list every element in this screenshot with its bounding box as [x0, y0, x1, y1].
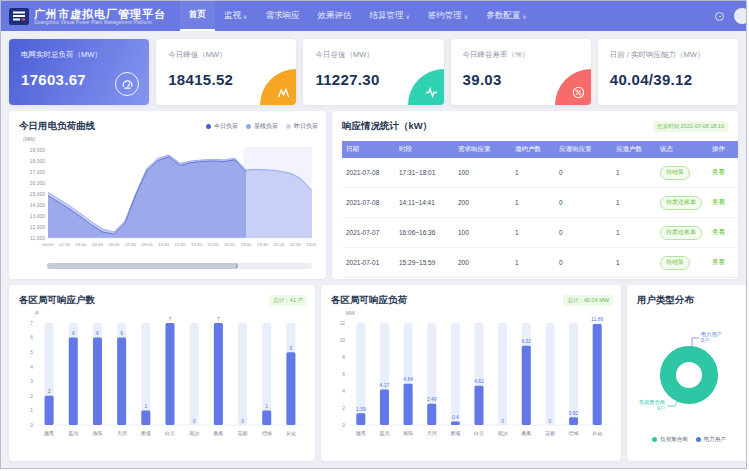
- svg-text:0: 0: [549, 418, 552, 424]
- chevron-down-icon: ∨: [464, 13, 468, 20]
- svg-text:19:30: 19:30: [257, 242, 268, 247]
- cell-responded: 0: [555, 218, 612, 248]
- nav-item-0[interactable]: 首页: [180, 1, 215, 31]
- svg-text:14,000: 14,000: [30, 202, 46, 208]
- chevron-down-icon: ∨: [243, 13, 247, 20]
- donut-legend-item-0[interactable]: 负荷聚合商: [652, 436, 688, 443]
- cell-status: 待结算: [656, 248, 708, 278]
- nav-item-label: 监视: [224, 10, 241, 22]
- view-link[interactable]: 查看: [712, 198, 725, 205]
- svg-text:4.84: 4.84: [403, 376, 413, 382]
- district-users-total-badge: 总计：41 户: [269, 295, 307, 306]
- svg-text:南沙: 南沙: [189, 430, 199, 437]
- kpi-card-0: 电网实时总负荷（MW）17603.67: [9, 39, 149, 105]
- logo: 广州市虚拟电厂管理平台 Guangzhou Virtual Power Plan…: [9, 8, 166, 25]
- svg-text:9.32: 9.32: [521, 338, 531, 344]
- cell-demand: 200: [454, 188, 511, 218]
- legend-label: 负荷聚合商: [660, 436, 688, 443]
- svg-text:07:30: 07:30: [125, 242, 136, 247]
- legend-dot: [652, 437, 657, 442]
- legend-item-1[interactable]: 基线负荷: [246, 122, 278, 131]
- svg-text:18,000: 18,000: [30, 158, 46, 164]
- cell-invited: 1: [511, 158, 555, 188]
- svg-text:荔湾: 荔湾: [379, 430, 389, 437]
- svg-text:0: 0: [342, 423, 345, 428]
- chart-zoom-slider-fill[interactable]: [47, 263, 238, 269]
- svg-text:12: 12: [340, 321, 346, 326]
- notification-icon[interactable]: [715, 12, 724, 21]
- svg-text:花都: 花都: [238, 430, 248, 437]
- app-title: 广州市虚拟电厂管理平台: [34, 8, 166, 20]
- district-users-panel: 各区局可响应户数 总计：41 户 户012345672越秀6荔湾6海珠6天河1黄…: [9, 285, 315, 461]
- column-header: 操作: [708, 141, 738, 158]
- legend-label: 今日负荷: [214, 122, 238, 131]
- svg-text:7: 7: [30, 321, 33, 326]
- svg-text:6: 6: [120, 330, 123, 336]
- svg-text:0.4: 0.4: [452, 414, 459, 420]
- chart-zoom-slider[interactable]: [47, 263, 312, 269]
- svg-text:18:00: 18:00: [241, 242, 252, 247]
- avatar[interactable]: [734, 8, 747, 24]
- legend-item-2[interactable]: 昨日负荷: [286, 122, 318, 131]
- svg-text:12:00: 12:00: [175, 242, 186, 247]
- svg-text:16:30: 16:30: [224, 242, 235, 247]
- logo-icon: [9, 8, 29, 25]
- svg-text:0.92: 0.92: [569, 410, 579, 416]
- svg-text:5: 5: [30, 350, 33, 355]
- view-link[interactable]: 查看: [712, 258, 725, 265]
- district-users-chart: 户012345672越秀6荔湾6海珠6天河1黄埔7白云0南沙7番禺0花都1增城5…: [19, 307, 307, 455]
- nav-item-4[interactable]: 结算管理∨: [360, 1, 418, 31]
- cell-responded: 0: [555, 158, 612, 188]
- nav-item-5[interactable]: 签约管理∨: [419, 1, 477, 31]
- cell-resp_users: 1: [612, 218, 656, 248]
- nav-item-label: 签约管理: [428, 10, 462, 22]
- svg-text:7: 7: [169, 316, 172, 322]
- main-nav: 首页监视∨需求响应效果评估结算管理∨签约管理∨参数配置∨: [180, 1, 536, 31]
- kpi-row: 电网实时总负荷（MW）17603.67今日峰值（MW）18415.52今日谷值（…: [9, 39, 738, 105]
- cell-resp_users: 1: [612, 188, 656, 218]
- svg-text:荔湾: 荔湾: [68, 430, 78, 437]
- cell-date: 2021-07-08: [342, 188, 395, 218]
- svg-text:天河: 天河: [427, 430, 437, 437]
- app-subtitle: Guangzhou Virtual Power Plant Management…: [34, 20, 166, 25]
- donut-legend-item-1[interactable]: 电力用户: [696, 436, 726, 443]
- user-type-legend: 负荷聚合商电力用户: [637, 436, 741, 443]
- svg-text:0: 0: [193, 418, 196, 424]
- svg-text:2: 2: [342, 406, 345, 411]
- svg-text:2: 2: [30, 394, 33, 399]
- legend-label: 电力用户: [704, 436, 726, 443]
- svg-text:16,000: 16,000: [30, 180, 46, 186]
- legend-item-0[interactable]: 今日负荷: [206, 122, 238, 131]
- table-row: 2021-07-0814:11~14:41200101待发送账单查看: [342, 188, 738, 218]
- svg-text:1: 1: [265, 403, 268, 409]
- table-row: 2021-07-0716:06~16:36100101待发送账单查看: [342, 218, 738, 248]
- cell-resp_users: 1: [612, 248, 656, 278]
- svg-text:01:30: 01:30: [59, 242, 70, 247]
- user-type-donut-chart: 电力用户0户负荷聚合商3户: [637, 309, 741, 435]
- svg-text:24:00: 24:00: [307, 242, 316, 247]
- svg-text:7: 7: [217, 316, 220, 322]
- nav-item-1[interactable]: 监视∨: [215, 1, 256, 31]
- svg-text:5: 5: [290, 345, 293, 351]
- legend-dot: [206, 124, 211, 129]
- nav-item-6[interactable]: 参数配置∨: [477, 1, 535, 31]
- svg-text:11.89: 11.89: [591, 316, 603, 322]
- cell-invited: 1: [511, 188, 555, 218]
- view-link[interactable]: 查看: [712, 228, 725, 235]
- cell-period: 14:11~14:41: [395, 188, 454, 218]
- svg-text:06:00: 06:00: [109, 242, 120, 247]
- svg-text:0: 0: [501, 418, 504, 424]
- view-link[interactable]: 查看: [712, 168, 725, 175]
- svg-text:04:30: 04:30: [92, 242, 103, 247]
- svg-text:21:00: 21:00: [274, 242, 285, 247]
- svg-text:从化: 从化: [592, 430, 602, 437]
- svg-text:2: 2: [48, 388, 51, 394]
- nav-item-3[interactable]: 效果评估: [308, 1, 360, 31]
- column-header: 日期: [342, 141, 395, 158]
- svg-text:1: 1: [144, 403, 147, 409]
- legend-dot: [286, 124, 291, 129]
- svg-text:番禺: 番禺: [521, 430, 531, 436]
- response-table: 日期时段需求响应量邀约户数应邀响应量应邀户数状态操作 2021-07-0817:…: [342, 141, 738, 278]
- nav-item-2[interactable]: 需求响应: [256, 1, 308, 31]
- cell-demand: 100: [454, 158, 511, 188]
